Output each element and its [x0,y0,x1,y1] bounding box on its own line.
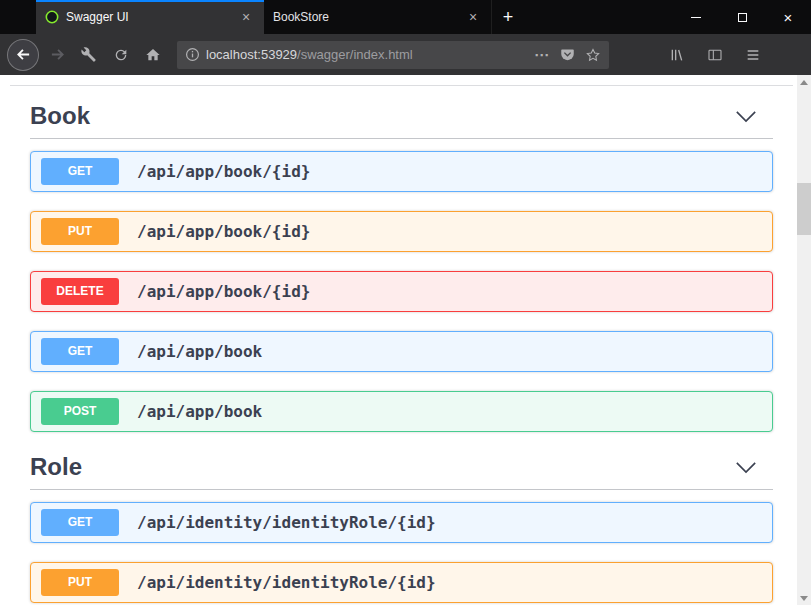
maximize-button[interactable] [719,0,765,34]
navigation-toolbar: localhost:53929/swagger/index.html ⋯ [0,34,811,75]
endpoint-path: /api/identity/identityRole/{id} [137,513,436,532]
endpoint-path: /api/app/book [137,402,262,421]
endpoint-row[interactable]: GET /api/app/book/{id} [30,151,773,192]
section-divider [10,85,793,86]
address-bar[interactable]: localhost:53929/swagger/index.html ⋯ [177,41,609,69]
back-arrow-icon [16,47,31,62]
minimize-icon [691,17,701,18]
new-tab-button[interactable]: + [492,0,524,34]
endpoint-row[interactable]: DELETE /api/app/book/{id} [30,271,773,312]
endpoint-list: GET /api/identity/identityRole/{id} PUT … [30,502,773,603]
refresh-icon [113,47,129,63]
url-actions: ⋯ [534,47,601,63]
tab-title: Swagger UI [66,10,230,24]
section-title: Role [30,453,82,481]
method-badge: DELETE [41,278,119,305]
tab-bookstore[interactable]: BookStore × [264,0,492,34]
window-controls: × [673,0,811,34]
endpoint-row[interactable]: GET /api/identity/identityRole/{id} [30,502,773,543]
more-options-icon[interactable]: ⋯ [534,47,550,62]
endpoint-list: GET /api/app/book/{id} PUT /api/app/book… [30,151,773,432]
site-info-icon[interactable] [185,47,200,62]
scroll-down-arrow[interactable] [797,591,811,605]
role-section: Role GET /api/identity/identityRole/{id}… [30,451,773,603]
endpoint-row[interactable]: PUT /api/identity/identityRole/{id} [30,562,773,603]
endpoint-path: /api/app/book/{id} [137,162,310,181]
chevron-down-icon[interactable] [735,110,757,123]
swagger-favicon-icon [45,10,59,24]
triangle-down-icon [800,596,808,601]
maximize-icon [738,13,747,22]
forward-arrow-icon [50,47,65,62]
close-icon: × [784,10,793,25]
method-badge: GET [41,509,119,536]
sidebar-toggle-button[interactable] [699,39,731,71]
triangle-up-icon [800,80,808,85]
book-section-header[interactable]: Book [30,100,773,139]
url-host: localhost:53929 [206,47,297,62]
home-icon [145,47,161,63]
forward-button[interactable] [41,39,73,71]
page-content: Book GET /api/app/book/{id} PUT /api/app… [0,75,811,605]
menu-button[interactable] [737,39,769,71]
role-section-header[interactable]: Role [30,451,773,490]
swagger-ui: Book GET /api/app/book/{id} PUT /api/app… [0,75,811,603]
close-window-button[interactable]: × [765,0,811,34]
refresh-button[interactable] [105,39,137,71]
endpoint-row[interactable]: POST /api/app/book [30,391,773,432]
back-button[interactable] [7,39,39,71]
book-section: Book GET /api/app/book/{id} PUT /api/app… [30,100,773,432]
tab-strip: Swagger UI × BookStore × + [0,0,524,34]
library-icon [669,47,685,63]
scroll-up-arrow[interactable] [797,75,811,89]
endpoint-path: /api/app/book [137,342,262,361]
tools-button[interactable] [73,39,105,71]
endpoint-path: /api/app/book/{id} [137,282,310,301]
tab-title: BookStore [273,10,457,24]
url-text[interactable]: localhost:53929/swagger/index.html [206,47,528,62]
scrollbar-track[interactable] [797,75,811,605]
sidebar-icon [707,47,723,63]
toolbar-right-icons [661,39,769,71]
endpoint-row[interactable]: GET /api/app/book [30,331,773,372]
url-path: /swagger/index.html [297,47,413,62]
method-badge: GET [41,338,119,365]
endpoint-path: /api/identity/identityRole/{id} [137,573,436,592]
section-title: Book [30,102,90,130]
browser-window: Swagger UI × BookStore × + × [0,0,811,605]
tab-close-icon[interactable]: × [464,8,482,26]
tab-close-icon[interactable]: × [237,8,255,26]
minimize-button[interactable] [673,0,719,34]
endpoint-path: /api/app/book/{id} [137,222,310,241]
home-button[interactable] [137,39,169,71]
title-bar: Swagger UI × BookStore × + × [0,0,811,34]
hamburger-icon [745,47,761,63]
chevron-down-icon[interactable] [735,461,757,474]
method-badge: PUT [41,569,119,596]
method-badge: PUT [41,218,119,245]
scrollbar-thumb[interactable] [797,183,811,235]
bookmark-star-icon[interactable] [585,47,601,63]
tab-swagger-ui[interactable]: Swagger UI × [36,0,264,34]
wrench-icon [81,47,97,63]
endpoint-row[interactable]: PUT /api/app/book/{id} [30,211,773,252]
pocket-icon[interactable] [560,47,575,62]
method-badge: GET [41,158,119,185]
method-badge: POST [41,398,119,425]
library-button[interactable] [661,39,693,71]
